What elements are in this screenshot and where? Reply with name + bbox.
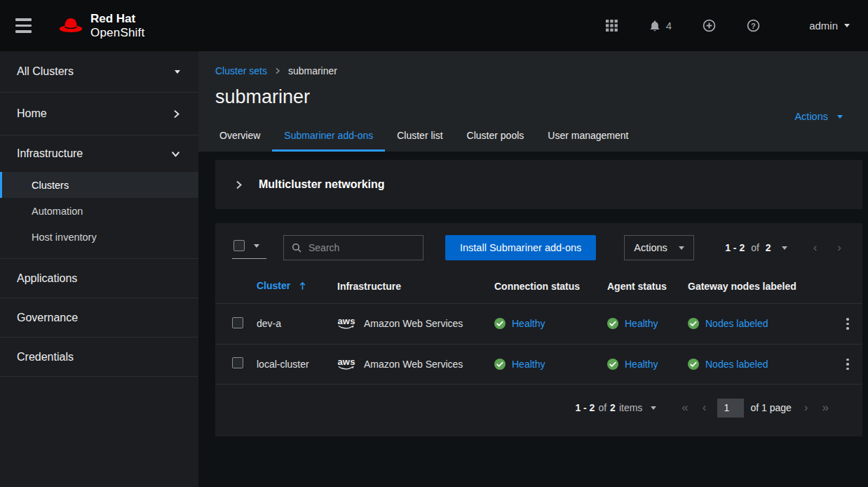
bulk-select-dropdown[interactable] [232,236,266,259]
tab-overview[interactable]: Overview [215,121,272,152]
connection-status-link[interactable]: Healthy [512,318,545,329]
check-circle-icon [688,318,699,329]
connection-status-link[interactable]: Healthy [512,359,545,370]
pagination-caret-icon [782,246,787,250]
page-actions-label: Actions [794,111,828,122]
content-area: Multicluster networking [198,152,868,436]
pagination-last-page-button[interactable]: » [815,398,836,418]
plus-circle-icon [703,19,716,32]
column-header-infrastructure: Infrastructure [337,269,494,304]
breadcrumb-separator-icon [275,67,280,74]
expand-chevron-right-icon[interactable] [235,180,243,189]
pagination-of-label: of [598,402,606,413]
chevron-down-icon [171,150,180,158]
cluster-selector-caret-icon [175,70,180,74]
user-menu-caret-icon [844,24,850,27]
bell-icon [649,20,661,32]
notifications-button[interactable]: 4 [649,20,672,32]
aws-logo-icon: aws [337,358,355,371]
search-input[interactable] [308,242,415,253]
sidebar-item-label: Home [17,107,47,120]
pagination-items-toggle[interactable]: 1 - 2 of 2 items [575,402,656,413]
app-launcher-grid-icon [606,20,618,32]
sidebar-item-label: Infrastructure [17,147,83,160]
svg-text:?: ? [751,22,756,30]
agent-status-link[interactable]: Healthy [625,359,658,370]
pagination-next-button[interactable]: › [830,238,848,258]
page-title: submariner [215,86,851,108]
red-hat-fedora-icon [57,15,85,36]
column-header-cluster[interactable]: Cluster [257,269,337,304]
pagination-first-page-button[interactable]: « [674,398,695,418]
sidebar-item-automation[interactable]: Automation [0,198,198,224]
tab-cluster-list[interactable]: Cluster list [385,121,454,152]
main-content: Cluster sets submariner submariner Actio… [198,51,868,487]
table-actions-label: Actions [634,242,667,253]
chevron-right-icon [172,109,180,119]
sidebar-item-infrastructure[interactable]: Infrastructure [0,135,198,172]
create-button[interactable] [703,19,716,32]
pagination-items-caret-icon [651,406,656,410]
pagination-page-input[interactable] [717,399,744,418]
tab-submariner-add-ons[interactable]: Submariner add-ons [272,121,385,152]
gateway-nodes-link[interactable]: Nodes labeled [705,318,768,329]
pagination-prev-page-button[interactable]: ‹ [696,398,714,418]
check-circle-icon [494,359,506,370]
notification-count: 4 [666,20,672,32]
breadcrumb: Cluster sets submariner [215,65,851,76]
install-submariner-add-ons-button[interactable]: Install Submariner add-ons [445,235,596,260]
cluster-selector[interactable]: All Clusters [0,51,198,93]
sidebar-item-clusters[interactable]: Clusters [0,172,198,198]
sidebar-item-applications[interactable]: Applications [0,259,198,298]
expandable-card-title: Multicluster networking [259,178,385,191]
breadcrumb-current: submariner [288,65,337,76]
row-kebab-menu-icon[interactable] [841,356,855,373]
sidebar-item-label: Governance [17,312,78,324]
sort-ascending-icon [299,281,306,293]
sidebar-item-home[interactable]: Home [0,93,198,135]
agent-status-link[interactable]: Healthy [625,318,658,329]
cluster-selector-label: All Clusters [17,65,74,78]
pagination-menu-toggle[interactable]: 1 - 2 of 2 [725,242,787,253]
masthead: Red Hat OpenShift 4 [0,0,868,51]
sidebar-item-label: Automation [32,206,83,217]
row-kebab-menu-icon[interactable] [841,315,855,333]
tab-user-management[interactable]: User management [536,121,640,152]
table-actions-caret-icon [679,246,684,250]
table-actions-dropdown[interactable]: Actions [624,235,694,260]
pagination-top: 1 - 2 of 2 ‹ › [725,238,851,258]
column-header-connection-status: Connection status [494,269,607,304]
pagination-prev-button[interactable]: ‹ [806,238,825,258]
check-circle-icon [494,318,506,329]
sidebar-item-host-inventory[interactable]: Host inventory [0,224,198,250]
infrastructure-label: Amazon Web Services [364,318,463,329]
hamburger-menu-icon[interactable] [13,15,34,36]
page-actions-caret-icon [837,115,843,119]
brand-logo[interactable]: Red Hat OpenShift [57,12,144,39]
multicluster-networking-expandable[interactable]: Multicluster networking [215,160,862,209]
pagination-total: 2 [766,242,771,253]
tab-cluster-pools[interactable]: Cluster pools [455,121,536,152]
bulk-select-caret-icon [254,244,259,248]
select-all-checkbox[interactable] [233,240,245,251]
pagination-total: 2 [610,402,616,413]
aws-logo-icon: aws [337,317,355,330]
gateway-nodes-link[interactable]: Nodes labeled [705,359,768,370]
pagination-range: 1 - 2 [725,242,745,253]
row-checkbox[interactable] [232,357,243,368]
page-actions-dropdown[interactable]: Actions [794,111,843,122]
breadcrumb-cluster-sets-link[interactable]: Cluster sets [215,65,267,76]
sidebar-item-governance[interactable]: Governance [0,298,198,338]
cluster-name-cell: dev-a [257,304,337,345]
help-button[interactable]: ? [747,19,760,32]
pagination-of-label: of [751,242,759,253]
infrastructure-label: Amazon Web Services [364,359,463,370]
app-launcher-button[interactable] [606,20,618,32]
table-row: dev-a aws Amazon Web Services Healthy [215,304,862,345]
row-checkbox[interactable] [232,317,243,328]
page-header: Cluster sets submariner submariner Actio… [198,51,868,152]
sidebar-item-credentials[interactable]: Credentials [0,338,198,377]
user-menu[interactable]: admin [809,20,850,32]
sidebar-item-label: Host inventory [32,232,97,243]
pagination-next-page-button[interactable]: › [797,398,815,418]
